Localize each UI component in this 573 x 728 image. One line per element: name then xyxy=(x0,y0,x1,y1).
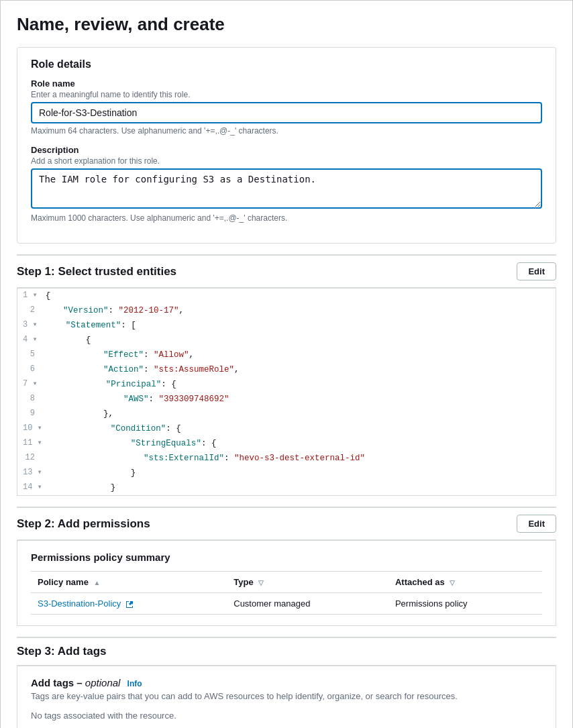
code-line-7: 7 ▾ "Principal": { xyxy=(17,377,556,392)
step2-header: Step 2: Add permissions Edit xyxy=(17,507,556,540)
step2-section: Step 2: Add permissions Edit Permissions… xyxy=(17,507,556,626)
policy-name-sort-icon[interactable]: ▲ xyxy=(94,579,101,586)
table-row: S3-Destination-Policy Customer managed P… xyxy=(31,593,542,615)
page-title: Name, review, and create xyxy=(17,14,556,35)
description-input[interactable]: The IAM role for configuring S3 as a Des… xyxy=(31,168,542,209)
role-name-label: Role name xyxy=(31,79,542,89)
line-num-8: 8 xyxy=(17,393,43,405)
code-line-10: 10 ▾ "Condition": { xyxy=(17,421,556,436)
tags-optional-label: optional xyxy=(85,677,121,688)
policy-name-cell: S3-Destination-Policy xyxy=(31,593,227,615)
code-line-11: 11 ▾ "StringEquals": { xyxy=(17,436,556,451)
tags-card: Add tags – optional Info Tags are key-va… xyxy=(17,666,556,728)
line-content-12: "sts:ExternalId": "hevo-s3-dest-external… xyxy=(43,452,556,465)
description-note: Maximum 1000 characters. Use alphanumeri… xyxy=(31,213,542,223)
code-line-2: 2 "Version": "2012-10-17", xyxy=(17,303,556,318)
code-line-4: 4 ▾ { xyxy=(17,333,556,348)
step1-title: Step 1: Select trusted entities xyxy=(17,265,176,278)
role-name-note: Maximum 64 characters. Use alphanumeric … xyxy=(31,126,542,136)
line-num-10: 10 ▾ xyxy=(17,422,50,435)
step1-edit-button[interactable]: Edit xyxy=(517,262,556,280)
description-hint: Add a short explanation for this role. xyxy=(31,156,542,166)
code-line-1: 1 ▾ { xyxy=(17,289,556,303)
line-num-14: 14 ▾ xyxy=(17,481,50,494)
step2-title: Step 2: Add permissions xyxy=(17,517,150,531)
role-name-input[interactable] xyxy=(31,102,542,123)
step3-title: Step 3: Add tags xyxy=(17,645,107,658)
policy-type-cell: Customer managed xyxy=(227,593,388,615)
code-line-14: 14 ▾ } xyxy=(17,480,556,495)
permissions-card: Permissions policy summary Policy name ▲… xyxy=(17,540,556,626)
line-content-8: "AWS": "393309748692" xyxy=(43,393,556,406)
line-content-5: "Effect": "Allow", xyxy=(43,348,556,362)
role-details-card: Role details Role name Enter a meaningfu… xyxy=(17,47,556,244)
code-line-12: 12 "sts:ExternalId": "hevo-s3-dest-exter… xyxy=(17,451,556,466)
line-num-3: 3 ▾ xyxy=(17,319,46,331)
code-line-8: 8 "AWS": "393309748692" xyxy=(17,392,556,407)
role-name-group: Role name Enter a meaningful name to ide… xyxy=(31,79,542,136)
line-content-9: }, xyxy=(43,407,556,421)
external-link-icon xyxy=(125,601,134,609)
line-content-13: } xyxy=(50,466,556,480)
tags-description: Tags are key-value pairs that you can ad… xyxy=(31,691,542,701)
col-attached-as: Attached as ▽ xyxy=(388,572,542,593)
line-content-4: { xyxy=(46,333,556,347)
line-num-1: 1 ▾ xyxy=(17,289,46,302)
attached-sort-icon[interactable]: ▽ xyxy=(450,579,455,586)
role-name-hint: Enter a meaningful name to identify this… xyxy=(31,90,542,99)
type-sort-icon[interactable]: ▽ xyxy=(258,579,264,586)
line-content-10: "Condition": { xyxy=(50,422,556,435)
line-content-11: "StringEquals": { xyxy=(50,437,556,450)
line-content-3: "Statement": [ xyxy=(46,319,556,332)
col-policy-name: Policy name ▲ xyxy=(31,572,227,593)
line-num-13: 13 ▾ xyxy=(17,466,50,479)
description-group: Description Add a short explanation for … xyxy=(31,145,542,223)
line-content-7: "Principal": { xyxy=(46,378,556,391)
tags-section-title: Add tags – optional Info xyxy=(31,677,542,688)
code-line-3: 3 ▾ "Statement": [ xyxy=(17,318,556,333)
line-num-2: 2 xyxy=(17,304,43,317)
step3-section: Step 3: Add tags Add tags – optional Inf… xyxy=(17,637,556,728)
line-num-5: 5 xyxy=(17,348,43,361)
trust-policy-block: 1 ▾ { 2 "Version": "2012-10-17", 3 ▾ "St… xyxy=(17,288,556,496)
step2-edit-button[interactable]: Edit xyxy=(517,515,556,533)
line-num-11: 11 ▾ xyxy=(17,437,50,450)
line-num-4: 4 ▾ xyxy=(17,333,46,346)
col-type: Type ▽ xyxy=(227,572,388,593)
table-header-row: Policy name ▲ Type ▽ Attached as ▽ xyxy=(31,572,542,593)
code-line-6: 6 "Action": "sts:AssumeRole", xyxy=(17,362,556,377)
permissions-summary-title: Permissions policy summary xyxy=(31,552,542,563)
description-label: Description xyxy=(31,145,542,155)
step3-header: Step 3: Add tags xyxy=(17,637,556,666)
line-content-2: "Version": "2012-10-17", xyxy=(43,304,556,317)
permissions-table: Policy name ▲ Type ▽ Attached as ▽ xyxy=(31,571,542,615)
line-content-1: { xyxy=(46,289,556,303)
code-line-5: 5 "Effect": "Allow", xyxy=(17,348,556,362)
step1-header: Step 1: Select trusted entities Edit xyxy=(17,254,556,288)
policy-name-link[interactable]: S3-Destination-Policy xyxy=(38,599,134,609)
no-tags-text: No tags associated with the resource. xyxy=(31,711,542,721)
policy-attached-as-cell: Permissions policy xyxy=(388,593,542,615)
line-num-12: 12 xyxy=(17,452,43,464)
code-line-9: 9 }, xyxy=(17,407,556,421)
line-num-9: 9 xyxy=(17,407,43,420)
line-content-14: } xyxy=(50,481,556,495)
line-num-7: 7 ▾ xyxy=(17,378,46,391)
code-line-13: 13 ▾ } xyxy=(17,466,556,480)
step1-section: Step 1: Select trusted entities Edit 1 ▾… xyxy=(17,254,556,496)
line-num-6: 6 xyxy=(17,363,43,376)
role-details-title: Role details xyxy=(31,58,542,70)
line-content-6: "Action": "sts:AssumeRole", xyxy=(43,363,556,376)
tags-info-link[interactable]: Info xyxy=(127,679,142,688)
